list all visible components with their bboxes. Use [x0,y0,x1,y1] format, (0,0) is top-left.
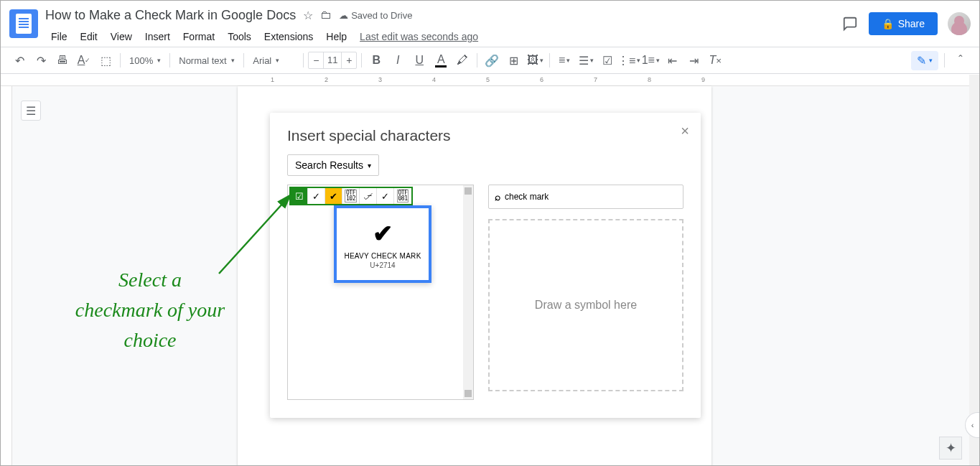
ruler-mark: 6 [540,76,543,83]
last-edit-link[interactable]: Last edit was seconds ago [360,31,478,42]
draw-symbol-area[interactable]: Draw a symbol here [488,219,683,391]
font-size-value[interactable]: 11 [323,52,342,68]
paint-format-icon[interactable]: ⬚ [95,50,116,70]
menu-help[interactable]: Help [320,28,353,45]
explore-button[interactable]: ✦ [939,437,962,460]
line-spacing-icon[interactable]: ☰ [576,50,596,70]
save-status[interactable]: ☁ Saved to Drive [339,10,412,21]
text-color-icon[interactable]: A [431,50,451,70]
zoom-dropdown[interactable]: 100% [125,55,165,66]
style-dropdown[interactable]: Normal text [174,55,239,66]
menu-view[interactable]: View [105,28,138,45]
move-icon[interactable]: 🗀 [320,9,332,22]
char-result-hover[interactable]: ✔ [325,188,342,204]
numbered-list-icon[interactable]: 1≡ [640,50,661,70]
tooltip-glyph: ✔ [373,219,393,248]
char-result[interactable]: ⍻ [360,188,377,204]
char-result[interactable]: OTF102 [342,188,360,204]
app-header: How to Make a Check Mark in Google Docs … [1,1,979,47]
outline-toggle-icon[interactable]: ☰ [21,101,41,121]
menu-tools[interactable]: Tools [222,28,257,45]
decrease-indent-icon[interactable]: ⇤ [662,50,682,70]
ruler-mark: 1 [271,76,274,83]
ruler-mark: 5 [486,76,490,83]
category-dropdown[interactable]: Search Results ▾ [287,154,379,176]
ruler-mark: 9 [701,76,705,83]
insert-image-icon[interactable]: 🖼 [525,50,545,70]
menu-format[interactable]: Format [177,28,220,45]
menu-edit[interactable]: Edit [75,28,103,45]
underline-icon[interactable]: U [409,50,429,70]
editing-mode-button[interactable]: ✎ ▾ [911,51,938,70]
vertical-ruler[interactable] [1,86,12,465]
menu-insert[interactable]: Insert [139,28,176,45]
undo-icon[interactable]: ↶ [9,50,29,70]
close-icon[interactable]: × [681,123,689,139]
dialog-right-panel: ⌕ Draw a symbol here [488,185,683,400]
header-actions: 🔒 Share [841,6,971,35]
font-size-control: − 11 + [308,52,357,69]
ruler-mark: 4 [432,76,436,83]
menu-bar: File Edit View Insert Format Tools Exten… [45,27,841,47]
dialog-title: Insert special characters [287,127,683,144]
bold-icon[interactable]: B [366,50,386,70]
pencil-icon: ✎ [917,54,926,67]
ruler-mark: 2 [325,76,328,83]
account-avatar[interactable] [948,12,971,35]
ruler-mark: 7 [594,76,597,83]
chevron-down-icon: ▾ [929,57,933,64]
comments-icon[interactable] [841,15,859,32]
font-size-increase[interactable]: + [342,55,356,66]
character-search-box: ⌕ [488,185,683,209]
clear-format-icon[interactable]: T× [705,50,725,70]
document-title[interactable]: How to Make a Check Mark in Google Docs [45,8,296,23]
lock-icon: 🔒 [882,18,894,29]
search-icon: ⌕ [495,191,500,202]
character-results-row: ☑ ✓ ✔ OTF102 ⍻ ✓ OTF081 [289,187,413,205]
char-result[interactable]: OTF081 [394,188,411,204]
italic-icon[interactable]: I [388,50,408,70]
ruler-mark: 3 [378,76,382,83]
results-scrollbar[interactable] [463,185,473,399]
checklist-icon[interactable]: ☑ [597,50,617,70]
horizontal-ruler[interactable]: 1 2 3 4 5 6 7 8 9 [1,75,969,86]
vertical-scrollbar[interactable] [969,75,979,465]
character-tooltip: ✔ HEAVY CHECK MARK U+2714 [334,205,431,283]
save-status-text: Saved to Drive [351,10,412,21]
add-comment-icon[interactable]: ⊞ [503,50,523,70]
menu-extensions[interactable]: Extensions [258,28,319,45]
highlight-icon[interactable]: 🖍 [452,50,472,70]
docs-logo[interactable] [9,9,38,38]
character-search-input[interactable] [505,192,677,202]
menu-file[interactable]: File [45,28,73,45]
link-icon[interactable]: 🔗 [482,50,502,70]
font-dropdown[interactable]: Arial [248,55,299,66]
toolbar: ↶ ↷ 🖶 A✓ ⬚ 100% Normal text Arial − 11 +… [1,47,979,74]
tooltip-code: U+2714 [370,261,395,269]
share-button[interactable]: 🔒 Share [869,12,938,35]
share-label: Share [898,18,925,29]
ruler-mark: 8 [648,76,651,83]
char-result[interactable]: ✓ [308,188,325,204]
spellcheck-icon[interactable]: A✓ [74,50,94,70]
align-icon[interactable]: ≡ [554,50,574,70]
tooltip-name: HEAVY CHECK MARK [344,252,421,260]
annotation-line: checkmark of your [75,299,225,321]
increase-indent-icon[interactable]: ⇥ [683,50,704,70]
annotation-line: choice [123,329,176,351]
results-panel: ☑ ✓ ✔ OTF102 ⍻ ✓ OTF081 ✔ HEAVY CHECK MA… [287,185,474,400]
font-size-decrease[interactable]: − [309,55,323,66]
cloud-icon: ☁ [339,10,348,21]
print-icon[interactable]: 🖶 [52,50,73,70]
collapse-icon[interactable]: ˆ [951,50,971,70]
special-characters-dialog: Insert special characters × Search Resul… [270,113,701,418]
star-icon[interactable]: ☆ [303,9,313,22]
redo-icon[interactable]: ↷ [31,50,51,70]
annotation-text: Select a checkmark of your choice [57,265,243,355]
char-result[interactable]: ✓ [377,188,394,204]
draw-hint-text: Draw a symbol here [535,299,637,312]
char-result[interactable]: ☑ [291,188,308,204]
annotation-line: Select a [118,269,182,291]
category-label: Search Results [295,159,363,171]
bulleted-list-icon[interactable]: ⋮≡ [619,50,639,70]
